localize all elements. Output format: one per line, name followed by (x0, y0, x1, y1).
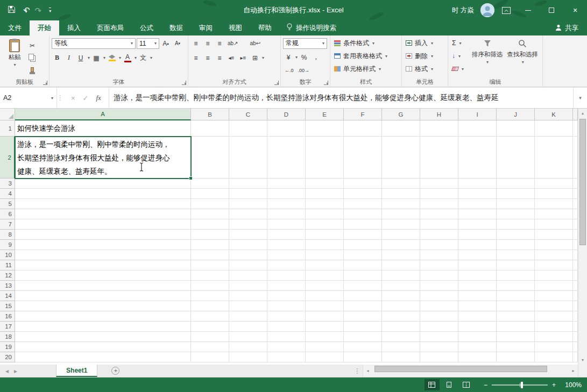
orientation-button[interactable]: ab↗ (226, 38, 240, 49)
cell-partial-20[interactable] (573, 352, 578, 362)
accounting-dropdown-icon[interactable]: ▾ (295, 55, 298, 60)
cell-F14[interactable] (344, 291, 382, 301)
cell-B10[interactable] (191, 250, 229, 260)
decrease-font-button[interactable]: A▾ (172, 38, 183, 49)
cell-F17[interactable] (344, 322, 382, 332)
cell-partial-15[interactable] (573, 301, 578, 311)
cell-K14[interactable] (535, 291, 573, 301)
cell-G1[interactable] (382, 120, 420, 137)
font-color-button[interactable]: A (122, 53, 133, 63)
cell-C13[interactable] (229, 281, 267, 291)
fill-color-dropdown-icon[interactable]: ▾ (119, 55, 121, 60)
font-color-dropdown-icon[interactable]: ▾ (135, 55, 137, 60)
tab-help[interactable]: 帮助 (250, 20, 280, 35)
cell-J2[interactable] (497, 137, 535, 179)
save-icon[interactable] (8, 5, 16, 15)
cell-E6[interactable] (306, 209, 344, 219)
cell-G5[interactable] (382, 199, 420, 209)
cell-partial-9[interactable] (573, 240, 578, 250)
enter-icon[interactable]: ✓ (83, 94, 89, 102)
cell-partial-1[interactable] (573, 120, 578, 137)
cell-F20[interactable] (344, 352, 382, 362)
cell-J12[interactable] (497, 270, 535, 281)
cell-H8[interactable] (420, 230, 458, 240)
borders-button[interactable]: ▦ (91, 53, 102, 63)
column-header-F[interactable]: F (344, 109, 382, 120)
cell-E12[interactable] (306, 270, 344, 281)
cell-B7[interactable] (191, 219, 229, 230)
cell-G19[interactable] (382, 342, 420, 352)
cell-A4[interactable] (15, 189, 191, 199)
cell-G10[interactable] (382, 250, 420, 260)
tab-view[interactable]: 视图 (221, 20, 250, 35)
cell-B2[interactable] (191, 137, 229, 179)
cell-I18[interactable] (458, 332, 497, 342)
cell-F15[interactable] (344, 301, 382, 311)
cell-D20[interactable] (267, 352, 306, 362)
column-header-E[interactable]: E (306, 109, 344, 120)
row-header-11[interactable]: 11 (0, 260, 15, 270)
cell-partial-14[interactable] (573, 291, 578, 301)
cell-C3[interactable] (229, 179, 267, 189)
conditional-formatting-button[interactable]: 条件格式 ▾ (333, 37, 399, 49)
cell-F16[interactable] (344, 311, 382, 322)
cell-K20[interactable] (535, 352, 573, 362)
font-name-combo[interactable]: 等线 ▾ (52, 38, 136, 49)
column-header-J[interactable]: J (497, 109, 535, 120)
tab-splitter[interactable]: ⋮ (352, 365, 363, 377)
cell-A14[interactable] (15, 291, 191, 301)
cell-B4[interactable] (191, 189, 229, 199)
cell-K12[interactable] (535, 270, 573, 281)
zoom-in-button[interactable]: + (552, 381, 556, 389)
column-header-partial[interactable] (573, 109, 578, 120)
cell-G20[interactable] (382, 352, 420, 362)
horizontal-scroll-track[interactable] (372, 365, 569, 377)
cell-F18[interactable] (344, 332, 382, 342)
cell-J5[interactable] (497, 199, 535, 209)
accounting-format-button[interactable]: ¥ (283, 52, 294, 63)
column-header-K[interactable]: K (535, 109, 573, 120)
cell-C18[interactable] (229, 332, 267, 342)
zoom-slider[interactable] (492, 384, 548, 386)
cell-E17[interactable] (306, 322, 344, 332)
cell-D4[interactable] (267, 189, 306, 199)
cell-B13[interactable] (191, 281, 229, 291)
cell-F13[interactable] (344, 281, 382, 291)
cell-C20[interactable] (229, 352, 267, 362)
cell-A20[interactable] (15, 352, 191, 362)
cell-B19[interactable] (191, 342, 229, 352)
user-name[interactable]: 时 方焱 (452, 6, 474, 15)
phonetic-guide-button[interactable]: 文 (138, 53, 148, 63)
bold-button[interactable]: B (52, 53, 62, 63)
underline-dropdown-icon[interactable]: ▾ (88, 55, 90, 60)
font-name-dropdown-icon[interactable]: ▾ (131, 41, 133, 46)
cell-B9[interactable] (191, 240, 229, 250)
cell-I9[interactable] (458, 240, 497, 250)
cell-H15[interactable] (420, 301, 458, 311)
prev-sheet-icon[interactable]: ◂ (5, 367, 9, 375)
cell-G11[interactable] (382, 260, 420, 270)
cell-D16[interactable] (267, 311, 306, 322)
column-header-G[interactable]: G (382, 109, 420, 120)
scroll-right-icon[interactable]: ▸ (569, 365, 578, 377)
cell-I15[interactable] (458, 301, 497, 311)
row-header-18[interactable]: 18 (0, 332, 15, 342)
cell-H20[interactable] (420, 352, 458, 362)
cell-A15[interactable] (15, 301, 191, 311)
cell-F11[interactable] (344, 260, 382, 270)
row-header-19[interactable]: 19 (0, 342, 15, 352)
cell-I19[interactable] (458, 342, 497, 352)
cell-D2[interactable] (267, 137, 306, 179)
cell-K8[interactable] (535, 230, 573, 240)
cell-F10[interactable] (344, 250, 382, 260)
cell-D5[interactable] (267, 199, 306, 209)
cell-K18[interactable] (535, 332, 573, 342)
row-header-6[interactable]: 6 (0, 209, 15, 219)
cell-J6[interactable] (497, 209, 535, 219)
cell-J14[interactable] (497, 291, 535, 301)
close-button[interactable]: × (563, 0, 587, 20)
center-button[interactable]: ≡ (202, 53, 213, 63)
merge-dropdown-icon[interactable]: ▾ (262, 55, 264, 60)
cell-partial-12[interactable] (573, 270, 578, 281)
cell-J17[interactable] (497, 322, 535, 332)
